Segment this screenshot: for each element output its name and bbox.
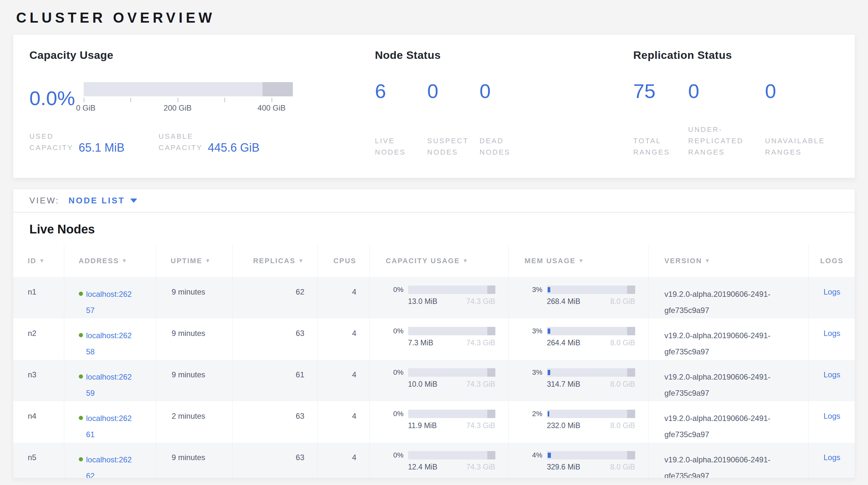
node-id-cell: n2: [13, 318, 64, 360]
view-label: VIEW:: [29, 196, 59, 206]
node-cpus-cell: 4: [317, 401, 369, 443]
total-ranges-label: TOTAL RANGES: [633, 135, 688, 158]
suspect-nodes-stat: 0 SUSPECT NODES: [427, 80, 479, 158]
dead-nodes-count: 0: [479, 80, 510, 103]
node-logs-cell: Logs: [808, 360, 855, 401]
page-title: CLUSTER OVERVIEW: [13, 0, 855, 34]
mem-bar-fill: [548, 329, 550, 334]
node-address-link[interactable]: localhost:26259: [86, 369, 135, 401]
table-row: n2 localhost:26258 9 minutes 63 4 0% 7.3…: [13, 318, 855, 360]
capacity-bar-reserved-segment: [487, 327, 495, 335]
view-selector-dropdown[interactable]: NODE LIST: [68, 196, 137, 206]
mem-percent-label: 3%: [525, 368, 542, 377]
dead-nodes-stat: 0 DEAD NODES: [479, 80, 510, 158]
used-capacity-stat: USED CAPACITY 65.1 MiB: [29, 131, 159, 153]
column-header-version[interactable]: VERSION▼: [648, 245, 808, 277]
logs-link[interactable]: Logs: [824, 370, 840, 379]
sort-desc-icon: ▼: [705, 258, 711, 264]
sort-desc-icon: ▼: [462, 258, 469, 264]
cluster-summary-card: Capacity Usage 0.0% 0 GiB 200 GiB 400 Gi…: [13, 34, 855, 178]
live-status-dot-icon: [79, 333, 83, 337]
table-body: n1 localhost:26257 9 minutes 62 4 0% 13.…: [13, 277, 855, 478]
mem-used-value: 232.0 MiB: [547, 421, 581, 430]
logs-link[interactable]: Logs: [824, 287, 840, 296]
mem-total-value: 8.0 GiB: [610, 380, 635, 389]
axis-label: 0 GiB: [76, 104, 95, 113]
node-address-link[interactable]: localhost:26261: [86, 410, 135, 443]
node-address-link[interactable]: localhost:26257: [86, 286, 135, 318]
column-header-uptime[interactable]: UPTIME▼: [156, 245, 232, 277]
node-uptime-cell: 9 minutes: [156, 277, 232, 318]
view-selected-value: NODE LIST: [68, 196, 125, 206]
capacity-total-value: 74.3 GiB: [466, 463, 495, 472]
logs-link[interactable]: Logs: [824, 329, 840, 338]
table-row: n3 localhost:26259 9 minutes 61 4 0% 10.…: [13, 360, 855, 401]
usable-capacity-label: USABLE CAPACITY: [159, 131, 203, 153]
node-capacity-usage-cell: 0% 11.9 MiB 74.3 GiB: [369, 401, 508, 443]
node-logs-cell: Logs: [808, 443, 855, 478]
axis-label: 200 GiB: [164, 104, 192, 113]
logs-link[interactable]: Logs: [824, 453, 840, 462]
mem-bar-fill: [548, 453, 551, 458]
node-address-link[interactable]: localhost:26262: [86, 452, 135, 478]
node-logs-cell: Logs: [808, 318, 855, 360]
capacity-used-value: 13.0 MiB: [408, 297, 438, 306]
node-mem-usage-cell: 3% 264.4 MiB 8.0 GiB: [508, 318, 648, 360]
suspect-nodes-label: SUSPECT NODES: [427, 135, 479, 158]
node-address-cell: localhost:26257: [64, 277, 156, 318]
node-capacity-usage-cell: 0% 7.3 MiB 74.3 GiB: [369, 318, 508, 360]
mem-percent-label: 3%: [525, 327, 542, 335]
mem-total-value: 8.0 GiB: [610, 463, 635, 472]
node-version-cell: v19.2.0-alpha.20190606-2491-gfe735c9a97: [648, 318, 808, 360]
node-uptime-cell: 9 minutes: [156, 318, 232, 360]
mem-bar-fill: [548, 411, 549, 417]
node-address-cell: localhost:26262: [64, 443, 156, 478]
capacity-bar: [84, 82, 293, 96]
mem-usage-bar: [547, 410, 635, 418]
mem-bar-reserved-segment: [627, 451, 635, 459]
column-header-mem-usage[interactable]: MEM USAGE▼: [508, 245, 648, 277]
under-replicated-ranges-stat: 0 UNDER- REPLICATED RANGES: [688, 80, 765, 158]
node-capacity-usage-cell: 0% 13.0 MiB 74.3 GiB: [369, 277, 508, 318]
dead-nodes-label: DEAD NODES: [479, 135, 510, 158]
column-header-replicas[interactable]: REPLICAS▼: [232, 245, 317, 277]
mem-total-value: 8.0 GiB: [610, 421, 635, 430]
under-replicated-ranges-label: UNDER- REPLICATED RANGES: [688, 124, 765, 158]
live-nodes-label: LIVE NODES: [375, 135, 427, 158]
capacity-used-value: 10.0 MiB: [408, 380, 438, 389]
column-header-id[interactable]: ID▼: [13, 245, 64, 277]
node-mem-usage-cell: 3% 314.7 MiB 8.0 GiB: [508, 360, 648, 401]
live-status-dot-icon: [79, 416, 83, 420]
node-cpus-cell: 4: [317, 360, 369, 401]
node-id-cell: n5: [13, 443, 64, 478]
mem-bar-fill: [548, 287, 550, 292]
live-status-dot-icon: [79, 374, 83, 379]
live-status-dot-icon: [79, 457, 83, 461]
replication-status-title: Replication Status: [633, 49, 839, 61]
capacity-bar-reserved-segment: [487, 410, 495, 418]
node-version-cell: v19.2.0-alpha.20190606-2491-gfe735c9a97: [648, 401, 808, 443]
capacity-usage-section: Capacity Usage 0.0% 0 GiB 200 GiB 400 Gi…: [29, 49, 375, 178]
capacity-usage-bar: [408, 327, 495, 335]
mem-used-value: 329.6 MiB: [547, 463, 581, 472]
mem-used-value: 314.7 MiB: [547, 380, 581, 389]
mem-usage-bar: [547, 451, 635, 459]
capacity-usage-bar: [408, 286, 495, 294]
logs-link[interactable]: Logs: [824, 411, 840, 420]
capacity-usage-bar: [408, 451, 495, 459]
column-header-capacity-usage[interactable]: CAPACITY USAGE▼: [369, 245, 508, 277]
mem-total-value: 8.0 GiB: [610, 339, 635, 347]
used-capacity-value: 65.1 MiB: [79, 141, 124, 154]
capacity-usage-title: Capacity Usage: [29, 49, 375, 61]
total-ranges-stat: 75 TOTAL RANGES: [633, 80, 688, 158]
column-header-logs: LOGS: [808, 245, 855, 277]
mem-percent-label: 3%: [525, 286, 542, 294]
capacity-axis-labels: 0 GiB 200 GiB 400 GiB: [84, 104, 293, 114]
live-status-dot-icon: [79, 292, 83, 296]
capacity-bar-reserved-segment: [487, 286, 495, 294]
column-header-address[interactable]: ADDRESS▼: [64, 245, 156, 277]
node-address-link[interactable]: localhost:26258: [86, 327, 135, 360]
mem-bar-reserved-segment: [627, 286, 635, 294]
node-logs-cell: Logs: [808, 401, 855, 443]
node-id-cell: n1: [13, 277, 64, 318]
